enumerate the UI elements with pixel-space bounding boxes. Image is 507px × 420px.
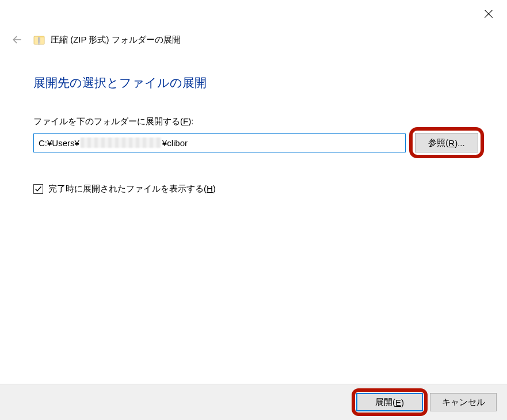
dialog-title: 圧縮 (ZIP 形式) フォルダーの展開 xyxy=(51,35,181,45)
browse-button[interactable]: 参照(R)... xyxy=(415,133,478,152)
redacted-segment xyxy=(81,138,161,148)
browse-wrap: 参照(R)... xyxy=(415,133,478,152)
cancel-button[interactable]: キャンセル xyxy=(430,393,497,411)
destination-label: ファイルを下のフォルダーに展開する(F): xyxy=(33,116,478,127)
destination-input[interactable]: C:¥Users¥¥clibor xyxy=(33,133,406,152)
close-icon xyxy=(483,8,494,20)
dialog-content: 展開先の選択とファイルの展開 ファイルを下のフォルダーに展開する(F): C:¥… xyxy=(33,75,478,194)
path-prefix: C:¥Users¥ xyxy=(39,138,79,148)
destination-row: C:¥Users¥¥clibor 参照(R)... xyxy=(33,133,478,152)
show-files-checkbox-row: 完了時に展開されたファイルを表示する(H) xyxy=(33,184,478,194)
extract-button[interactable]: 展開(E) xyxy=(356,393,423,411)
section-heading: 展開先の選択とファイルの展開 xyxy=(33,75,478,91)
path-suffix: ¥clibor xyxy=(162,138,188,148)
arrow-left-icon xyxy=(12,34,23,45)
close-button[interactable] xyxy=(483,8,494,21)
back-button[interactable] xyxy=(10,33,24,47)
show-files-checkbox-label: 完了時に展開されたファイルを表示する(H) xyxy=(48,184,216,194)
dialog-header: 圧縮 (ZIP 形式) フォルダーの展開 xyxy=(10,32,495,47)
show-files-checkbox[interactable] xyxy=(33,184,43,194)
extract-wrap: 展開(E) xyxy=(356,393,423,411)
dialog-footer: 展開(E) キャンセル xyxy=(0,384,507,420)
extract-zip-dialog: 圧縮 (ZIP 形式) フォルダーの展開 展開先の選択とファイルの展開 ファイル… xyxy=(0,0,507,420)
check-icon xyxy=(35,185,42,193)
zip-folder-icon xyxy=(33,34,45,45)
